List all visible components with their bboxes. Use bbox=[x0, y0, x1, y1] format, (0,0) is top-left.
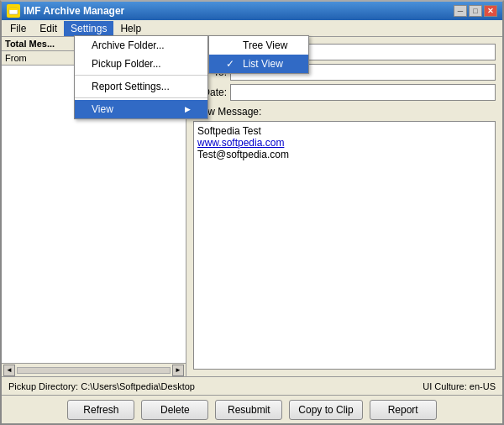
submenu-arrow: ▶ bbox=[185, 105, 191, 113]
menu-separator-2 bbox=[75, 97, 207, 98]
menu-file[interactable]: File bbox=[3, 21, 33, 36]
date-input[interactable] bbox=[230, 84, 496, 101]
raw-line-1: Softpedia Test bbox=[197, 125, 491, 137]
from-input[interactable] bbox=[230, 44, 496, 60]
maximize-button[interactable]: □ bbox=[469, 5, 482, 17]
button-bar: Refresh Delete Resubmit Copy to Clip Rep… bbox=[2, 395, 502, 423]
report-settings-item[interactable]: Report Settings... bbox=[75, 77, 207, 96]
view-item[interactable]: View ▶ bbox=[75, 100, 207, 118]
raw-line-3: Test@softpedia.com bbox=[197, 149, 491, 160]
date-field-row: Date: bbox=[193, 84, 496, 101]
settings-dropdown[interactable]: Archive Folder... Pickup Folder... Repor… bbox=[74, 35, 208, 119]
raw-message-content[interactable]: Softpedia Test www.softpedia.com Test@so… bbox=[193, 121, 496, 370]
right-panel: From: To: Date: Raw Message: Softpedia T… bbox=[186, 37, 502, 376]
svg-rect-1 bbox=[9, 8, 18, 10]
copy-to-clip-button[interactable]: Copy to Clip bbox=[289, 400, 362, 420]
refresh-button[interactable]: Refresh bbox=[67, 400, 134, 420]
menu-edit[interactable]: Edit bbox=[33, 21, 64, 36]
horizontal-scrollbar[interactable]: ◄ ► bbox=[2, 363, 186, 376]
pickup-directory: Pickup Directory: C:\Users\Softpedia\Des… bbox=[8, 381, 195, 391]
close-button[interactable]: ✕ bbox=[484, 5, 497, 17]
scroll-right-arrow[interactable]: ► bbox=[172, 365, 184, 376]
minimize-button[interactable]: ─ bbox=[454, 5, 467, 17]
raw-message-label: Raw Message: bbox=[195, 106, 496, 118]
archive-folder-item[interactable]: Archive Folder... bbox=[75, 36, 207, 55]
app-icon bbox=[7, 4, 20, 18]
menu-bar: File Edit Settings Help bbox=[2, 20, 502, 37]
pickup-folder-item[interactable]: Pickup Folder... bbox=[75, 55, 207, 73]
title-bar: IMF Archive Manager ─ □ ✕ bbox=[2, 2, 502, 20]
report-button[interactable]: Report bbox=[370, 400, 437, 420]
scroll-left-arrow[interactable]: ◄ bbox=[3, 365, 15, 376]
view-label: View bbox=[92, 103, 113, 115]
window-title: IMF Archive Manager bbox=[24, 5, 124, 17]
menu-help[interactable]: Help bbox=[113, 21, 148, 36]
resubmit-button[interactable]: Resubmit bbox=[215, 400, 282, 420]
scroll-track[interactable] bbox=[17, 367, 171, 374]
from-field-row: From: bbox=[193, 44, 496, 60]
to-input[interactable] bbox=[230, 64, 496, 81]
ui-culture: UI Culture: en-US bbox=[423, 381, 496, 391]
raw-line-2[interactable]: www.softpedia.com bbox=[197, 137, 491, 149]
status-bar: Pickup Directory: C:\Users\Softpedia\Des… bbox=[2, 376, 502, 395]
delete-button[interactable]: Delete bbox=[141, 400, 208, 420]
menu-settings[interactable]: Settings bbox=[64, 21, 113, 36]
menu-separator bbox=[75, 75, 207, 76]
to-field-row: To: bbox=[193, 64, 496, 81]
